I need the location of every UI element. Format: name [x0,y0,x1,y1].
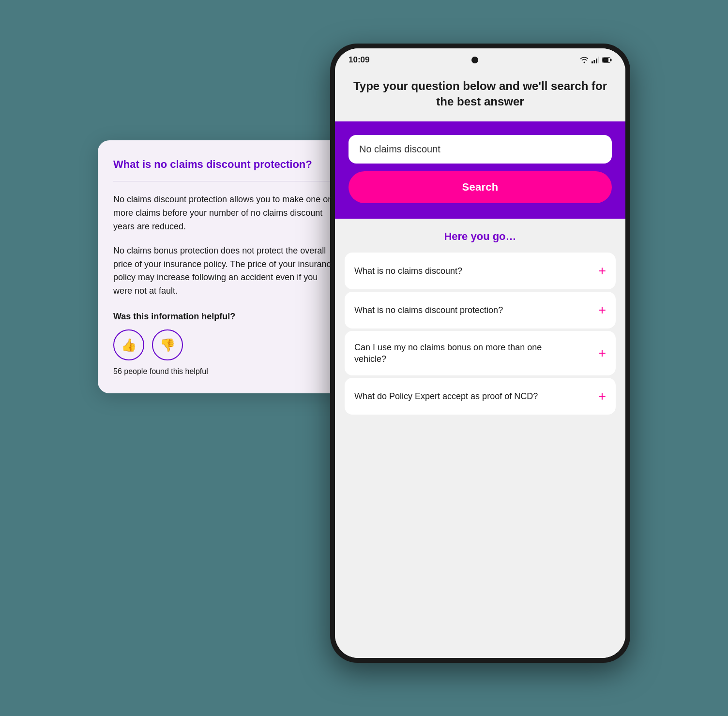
search-section: No claims discount Search [335,121,625,219]
battery-icon [602,57,612,63]
result-item-1[interactable]: What is no claims discount? + [345,253,616,289]
helpful-section: Was this information helpful? 👍 👎 56 peo… [113,312,339,376]
card-divider [113,181,339,181]
result-item-2[interactable]: What is no claims discount protection? + [345,292,616,328]
result-item-3[interactable]: Can I use my no claims bonus on more tha… [345,331,616,376]
svg-rect-6 [610,59,612,61]
svg-rect-3 [598,57,599,63]
result-text-3: Can I use my no claims bonus on more tha… [354,342,548,365]
svg-rect-5 [603,58,608,62]
helpful-label: Was this information helpful? [113,312,339,322]
signal-icon [592,57,599,63]
here-you-go-heading: Here you go… [345,219,616,253]
helpful-count: 56 people found this helpful [113,367,339,376]
thumbs-up-icon: 👍 [121,338,136,353]
card-header: What is no claims discount protection? − [113,158,339,173]
status-icons [580,57,612,63]
card-paragraph-2: No claims bonus protection does not prot… [113,244,339,298]
result-text-2: What is no claims discount protection? [354,304,503,316]
search-input-text[interactable]: No claims discount [359,144,601,155]
expand-icon-3: + [598,345,606,361]
card-paragraph-1: No claims discount protection allows you… [113,193,339,234]
scene: What is no claims discount protection? −… [98,44,630,672]
phone-header-title: Type your question below and we'll searc… [349,78,612,110]
thumbs-down-icon: 👎 [160,338,175,353]
status-bar: 10:09 [335,48,625,69]
svg-rect-1 [593,60,595,63]
status-time: 10:09 [349,55,369,65]
card-title: What is no claims discount protection? [113,158,312,172]
results-section: Here you go… What is no claims discount?… [335,219,625,658]
thumb-buttons: 👍 👎 [113,329,339,360]
search-input-container[interactable]: No claims discount [349,135,612,164]
expand-icon-4: + [598,388,606,404]
phone-header: Type your question below and we'll searc… [335,69,625,121]
svg-rect-0 [592,61,593,63]
result-item-4[interactable]: What do Policy Expert accept as proof of… [345,378,616,415]
search-button[interactable]: Search [349,171,612,203]
result-text-1: What is no claims discount? [354,265,462,277]
wifi-icon [580,57,589,63]
expanded-card: What is no claims discount protection? −… [98,140,354,393]
phone-frame: 10:09 [330,44,630,663]
svg-rect-2 [596,59,597,63]
card-body: No claims discount protection allows you… [113,193,339,298]
thumbs-down-button[interactable]: 👎 [152,329,183,360]
camera-icon [471,57,478,63]
expand-icon-2: + [598,302,606,318]
thumbs-up-button[interactable]: 👍 [113,329,144,360]
expand-icon-1: + [598,263,606,279]
phone-inner: 10:09 [335,48,625,658]
result-text-4: What do Policy Expert accept as proof of… [354,390,538,402]
